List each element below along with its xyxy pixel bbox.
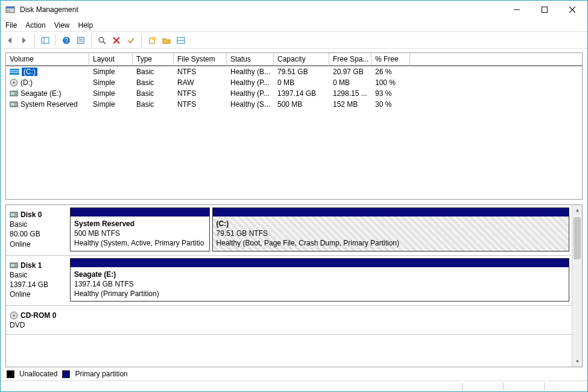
statusbar [1, 381, 587, 391]
svg-rect-23 [10, 69, 19, 75]
svg-rect-31 [11, 103, 14, 106]
partition[interactable]: System Reserved500 MB NTFSHealthy (Syste… [70, 207, 210, 251]
volume-layout: Simple [89, 100, 133, 109]
partition[interactable]: (C:)79.51 GB NTFSHealthy (Boot, Page Fil… [212, 207, 569, 251]
volume-name: Seagate (E:) [21, 89, 61, 98]
volume-fs: NTFS [174, 68, 227, 76]
window-maximize-button[interactable] [531, 1, 558, 19]
partitions [70, 308, 569, 330]
partition-title: Seagate (E:) [74, 270, 565, 279]
svg-point-37 [13, 315, 15, 317]
volume-capacity: 1397.14 GB [274, 89, 329, 98]
disk-title: Disk 0 [21, 210, 42, 220]
nav-forward-icon[interactable] [19, 35, 30, 46]
legend-swatch-primary [62, 370, 70, 378]
disk-management-window: Disk Management File Action View Help ? … [0, 0, 588, 392]
table-row[interactable]: System ReservedSimpleBasicNTFSHealthy (S… [6, 99, 582, 110]
table-row[interactable]: (C:)SimpleBasicNTFSHealthy (B...79.51 GB… [6, 66, 582, 77]
volume-fs: RAW [174, 78, 227, 87]
new-icon[interactable] [147, 35, 157, 46]
disk-label: CD-ROM 0DVD [8, 308, 70, 330]
volume-fs: NTFS [174, 89, 227, 98]
col-layout[interactable]: Layout [89, 53, 133, 66]
svg-rect-35 [11, 264, 14, 267]
disk-row: Disk 0Basic80.00 GBOnlineSystem Reserved… [6, 205, 572, 256]
menu-action[interactable]: Action [25, 21, 45, 30]
col-pctfree[interactable]: % Free [371, 53, 410, 66]
partition-title: System Reserved [74, 219, 206, 229]
window-close-button[interactable] [558, 1, 586, 19]
partition-sub: 79.51 GB NTFS [217, 229, 565, 238]
partition[interactable]: Seagate (E:)1397.14 GB NTFSHealthy (Prim… [70, 258, 569, 302]
open-icon[interactable] [161, 35, 172, 46]
menu-help[interactable]: Help [78, 21, 93, 30]
window-title: Disk Management [20, 5, 503, 14]
partition-colorbar [71, 259, 569, 267]
table-row[interactable]: Seagate (E:)SimpleBasicNTFSHealthy (P...… [6, 88, 582, 99]
window-minimize-button[interactable] [503, 1, 531, 19]
nav-back-icon[interactable] [4, 35, 15, 46]
menu-file[interactable]: File [5, 21, 17, 30]
disk-state: Online [10, 289, 68, 299]
legend-primary: Primary partition [75, 370, 127, 378]
find-icon[interactable] [96, 35, 107, 46]
toolbar: ? [1, 32, 587, 49]
volume-name: System Reserved [21, 100, 78, 109]
volume-list-header: Volume Layout Type File System Status Ca… [6, 53, 582, 66]
col-status[interactable]: Status [227, 53, 274, 66]
volume-free: 0 MB [329, 78, 371, 87]
scroll-down-icon[interactable]: ▼ [572, 356, 583, 367]
svg-rect-1 [6, 7, 14, 8]
volume-fs: NTFS [174, 100, 227, 109]
volume-name: (D:) [21, 78, 33, 87]
scroll-thumb[interactable] [574, 217, 581, 259]
properties-icon[interactable] [75, 35, 86, 46]
disk-graphical-view: Disk 0Basic80.00 GBOnlineSystem Reserved… [5, 204, 583, 367]
show-hide-console-tree-icon[interactable] [40, 35, 51, 46]
volume-name: (C:) [22, 68, 37, 76]
volume-layout: Simple [89, 68, 133, 76]
col-type[interactable]: Type [133, 53, 174, 66]
col-volume[interactable]: Volume [6, 53, 89, 66]
volume-icon [10, 212, 18, 218]
col-spacer [410, 53, 582, 66]
volume-status: Healthy (P... [227, 89, 274, 98]
scroll-up-icon[interactable]: ▲ [572, 205, 583, 215]
svg-point-2 [7, 10, 8, 11]
volume-status: Healthy (S... [227, 100, 274, 109]
delete-icon[interactable] [111, 35, 122, 46]
svg-point-20 [152, 37, 156, 40]
disk-title: Disk 1 [21, 261, 42, 270]
svg-rect-8 [42, 37, 49, 43]
check-icon[interactable] [125, 35, 136, 46]
disk-title: CD-ROM 0 [21, 311, 56, 320]
disk-stripe-icon [10, 69, 19, 75]
volume-pctfree: 100 % [371, 78, 410, 87]
disk-size: 1397.14 GB [10, 280, 68, 289]
menu-view[interactable]: View [54, 21, 70, 30]
table-row[interactable]: (D:)SimpleBasicRAWHealthy (P...0 MB0 MB1… [6, 77, 582, 88]
volume-type: Basic [133, 100, 174, 109]
col-capacity[interactable]: Capacity [274, 53, 329, 66]
volume-layout: Simple [89, 89, 133, 98]
layout-icon[interactable] [175, 35, 186, 46]
volume-status: Healthy (P... [227, 78, 274, 87]
disk-type: Basic [10, 220, 68, 229]
partition-sub: 500 MB NTFS [74, 229, 206, 238]
vertical-scrollbar[interactable]: ▲ ▼ [572, 205, 582, 367]
disk-type: Basic [10, 270, 68, 280]
partition-title: (C:) [217, 219, 565, 229]
disk-label: Disk 1Basic1397.14 GBOnline [8, 258, 70, 302]
svg-point-3 [9, 10, 10, 11]
legend: Unallocated Primary partition [5, 368, 583, 378]
partition-sub: 1397.14 GB NTFS [74, 279, 565, 289]
volume-icon [10, 262, 18, 268]
col-filesystem[interactable]: File System [174, 53, 227, 66]
legend-unallocated: Unallocated [19, 370, 57, 378]
col-freespace[interactable]: Free Spa... [329, 53, 371, 66]
volume-free: 20.97 GB [329, 68, 371, 76]
disk-type: DVD [10, 320, 68, 330]
help-icon[interactable]: ? [61, 35, 72, 46]
optical-icon [10, 78, 18, 87]
volume-pctfree: 93 % [371, 89, 410, 98]
